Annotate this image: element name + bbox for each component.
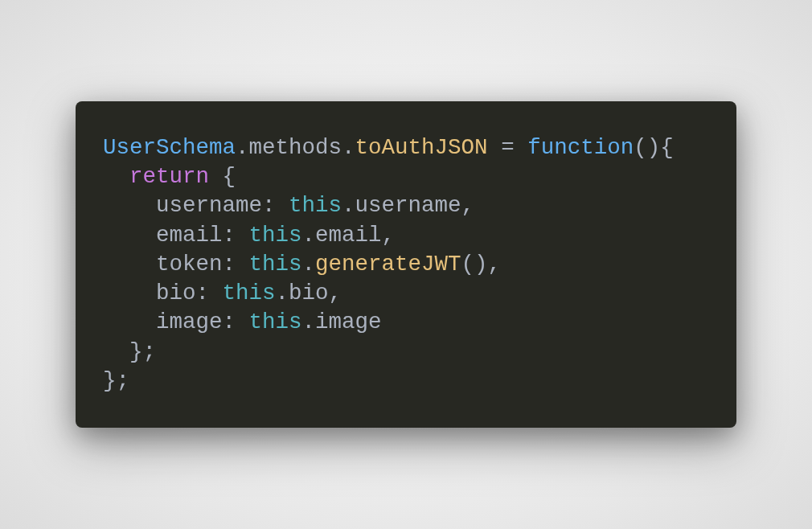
token-comma: , xyxy=(382,223,396,248)
token-keyword-return: return xyxy=(129,164,209,189)
code-line-6: bio: this.bio, xyxy=(103,279,709,308)
indent xyxy=(103,164,129,189)
token-method: toAuthJSON xyxy=(355,135,488,160)
token-dot: . xyxy=(302,252,316,277)
token-close: }; xyxy=(103,368,129,393)
token-this: this xyxy=(249,223,302,248)
token-dot: . xyxy=(302,223,316,248)
token-property: methods xyxy=(249,135,342,160)
token-property: image xyxy=(315,310,382,334)
code-block: UserSchema.methods.toAuthJSON = function… xyxy=(76,101,736,429)
indent xyxy=(103,252,156,277)
token-key: bio: xyxy=(156,281,223,306)
code-line-1: UserSchema.methods.toAuthJSON = function… xyxy=(103,133,709,162)
token-punct: (){ xyxy=(634,135,674,160)
token-this: this xyxy=(249,252,302,277)
token-function-call: generateJWT xyxy=(315,252,461,277)
token-dot: . xyxy=(302,310,316,334)
indent xyxy=(103,339,129,364)
token-property: bio xyxy=(289,281,329,306)
code-line-9: }; xyxy=(103,367,709,396)
token-dot: . xyxy=(236,135,249,160)
code-line-2: return { xyxy=(103,162,709,191)
indent xyxy=(103,223,156,248)
token-dot: . xyxy=(342,135,355,160)
token-close: }; xyxy=(129,339,156,364)
token-operator: = xyxy=(488,135,528,160)
indent xyxy=(103,310,156,334)
token-this: this xyxy=(223,281,276,306)
token-this: this xyxy=(289,193,342,218)
code-line-3: username: this.username, xyxy=(103,191,709,220)
code-line-7: image: this.image xyxy=(103,308,709,337)
token-this: this xyxy=(249,310,302,334)
token-property: username xyxy=(355,193,461,218)
token-key: token: xyxy=(156,252,249,277)
code-line-4: email: this.email, xyxy=(103,221,709,250)
indent xyxy=(103,281,156,306)
token-key: email: xyxy=(156,223,249,248)
token-class: UserSchema xyxy=(103,135,236,160)
token-keyword-function: function xyxy=(527,135,634,160)
code-line-8: }; xyxy=(103,338,709,367)
token-key: username: xyxy=(156,193,289,218)
token-brace: { xyxy=(209,164,236,189)
token-punct: (), xyxy=(461,252,502,277)
token-comma: , xyxy=(461,193,475,218)
code-line-5: token: this.generateJWT(), xyxy=(103,250,709,279)
token-dot: . xyxy=(276,281,289,306)
token-property: email xyxy=(315,223,382,248)
token-dot: . xyxy=(342,193,355,218)
indent xyxy=(103,193,156,218)
token-key: image: xyxy=(156,310,249,334)
token-comma: , xyxy=(329,281,342,306)
